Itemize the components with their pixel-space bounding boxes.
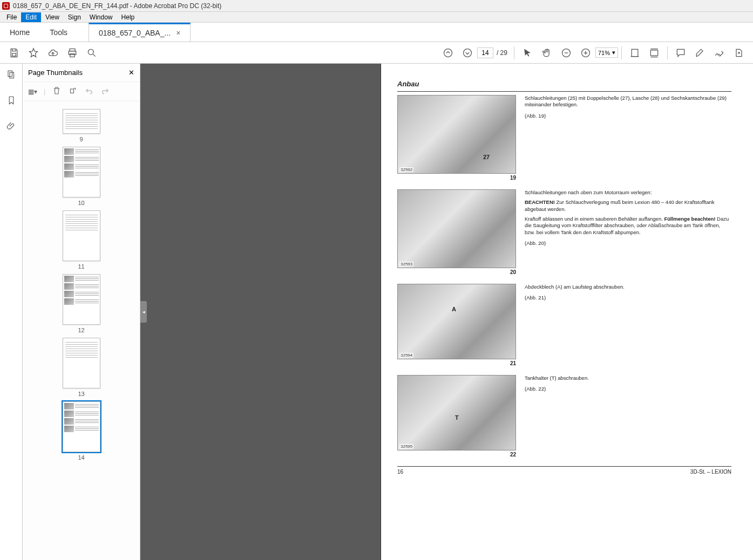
figure-id: 32592 bbox=[399, 167, 413, 172]
thumbnail-number: 13 bbox=[61, 391, 102, 397]
undo-icon[interactable] bbox=[84, 86, 94, 97]
section-text: Kraftoff ablassen und in einem sauberen … bbox=[525, 216, 731, 236]
thumbnail-page-10[interactable]: 10 bbox=[61, 147, 102, 206]
doc-section-21: 32594A21Abdeckblech (A) am Laufsteg absc… bbox=[397, 284, 731, 366]
section-ref: (Abb. 20) bbox=[525, 240, 731, 247]
thumbnail-page-11[interactable]: 11 bbox=[61, 210, 102, 270]
tab-home[interactable]: Home bbox=[0, 23, 40, 42]
title-bar: 0188_657_0_ABA_DE_EN_FR_144.pdf - Adobe … bbox=[0, 0, 753, 12]
menu-file[interactable]: File bbox=[2, 12, 21, 22]
thumbnails-panel: Page Thumbnails ✕ ▦▾ | 91011121314 bbox=[23, 64, 140, 560]
tab-document[interactable]: 0188_657_0_ABA_... × bbox=[89, 23, 191, 42]
document-area[interactable]: ◂ Anbau 325922719Schlauchleitungen (25) … bbox=[140, 64, 753, 560]
zoom-select[interactable]: 71%▾ bbox=[595, 47, 618, 58]
cloud-upload-icon[interactable] bbox=[44, 44, 62, 62]
side-rail bbox=[0, 64, 23, 560]
section-text: Schlauchleitungen nach oben zum Motorrau… bbox=[525, 189, 731, 196]
redo-icon[interactable] bbox=[100, 86, 110, 97]
svg-rect-0 bbox=[12, 53, 16, 56]
thumbnail-page-9[interactable]: 9 bbox=[61, 109, 102, 142]
thumb-options-icon[interactable]: ▦▾ bbox=[28, 88, 37, 95]
figure: 3259320 bbox=[397, 189, 516, 275]
svg-rect-11 bbox=[8, 71, 12, 77]
highlight-icon[interactable] bbox=[691, 44, 709, 62]
figure-callout: T bbox=[455, 414, 459, 421]
star-icon[interactable] bbox=[25, 44, 42, 62]
figure-image: 32593 bbox=[397, 189, 516, 268]
window-title: 0188_657_0_ABA_DE_EN_FR_144.pdf - Adobe … bbox=[13, 2, 221, 10]
find-icon[interactable] bbox=[83, 44, 100, 62]
section-ref: (Abb. 19) bbox=[525, 113, 731, 119]
footer-page-number: 16 bbox=[397, 469, 403, 475]
svg-rect-10 bbox=[650, 50, 657, 56]
page-view: Anbau 325922719Schlauchleitungen (25) mi… bbox=[381, 64, 753, 560]
close-icon[interactable]: × bbox=[176, 29, 180, 37]
close-panel-icon[interactable]: ✕ bbox=[128, 69, 134, 77]
attachment-tab-icon[interactable] bbox=[4, 119, 19, 134]
section-text: Schlauchleitungen (25) mit Doppelschelle… bbox=[525, 95, 731, 108]
zoom-in-icon[interactable] bbox=[577, 44, 594, 62]
thumbnail-page-13[interactable]: 13 bbox=[61, 338, 102, 397]
acrobat-icon bbox=[2, 2, 10, 10]
comment-icon[interactable] bbox=[672, 44, 689, 62]
thumbnail-page-12[interactable]: 12 bbox=[61, 274, 102, 333]
doc-section-20: 3259320Schlauchleitungen nach oben zum M… bbox=[397, 189, 731, 275]
section-text: Abdeckblech (A) am Laufsteg abschrauben. bbox=[525, 284, 731, 290]
figure-id: 32595 bbox=[399, 444, 413, 449]
page-footer: 16 3D-St. – LEXION bbox=[397, 466, 731, 475]
figure-image: 32595T bbox=[397, 375, 516, 450]
svg-rect-13 bbox=[71, 89, 74, 93]
page-up-icon[interactable] bbox=[439, 44, 457, 62]
svg-rect-12 bbox=[10, 72, 14, 78]
hand-tool-icon[interactable] bbox=[538, 44, 555, 62]
more-tools-icon[interactable] bbox=[730, 44, 748, 62]
section-text: Tankhalter (T) abschrauben. bbox=[525, 375, 731, 381]
menu-sign[interactable]: Sign bbox=[64, 12, 85, 22]
sign-icon[interactable] bbox=[711, 44, 728, 62]
thumbnail-number: 14 bbox=[61, 454, 102, 461]
section-ref: (Abb. 21) bbox=[525, 295, 731, 301]
print-icon[interactable] bbox=[64, 44, 81, 62]
figure: 32594A21 bbox=[397, 284, 516, 366]
section-ref: (Abb. 22) bbox=[525, 386, 731, 392]
svg-rect-1 bbox=[70, 49, 75, 51]
figure-number: 19 bbox=[397, 175, 516, 181]
collapse-handle-icon[interactable]: ◂ bbox=[140, 301, 147, 323]
svg-point-4 bbox=[88, 49, 93, 54]
thumbnail-number: 12 bbox=[61, 327, 102, 333]
svg-rect-3 bbox=[70, 53, 74, 57]
menu-window[interactable]: Window bbox=[85, 12, 117, 22]
figure-number: 22 bbox=[397, 452, 516, 457]
footer-doc-id: 3D-St. – LEXION bbox=[690, 469, 731, 475]
thumbnails-tools: ▦▾ | bbox=[23, 82, 140, 101]
thumbnail-number: 10 bbox=[61, 200, 102, 206]
save-icon[interactable] bbox=[5, 44, 23, 62]
tab-tools[interactable]: Tools bbox=[40, 23, 78, 42]
figure-callout: A bbox=[452, 306, 456, 312]
page-down-icon[interactable] bbox=[459, 44, 476, 62]
selection-tool-icon[interactable] bbox=[519, 44, 536, 62]
page-number-input[interactable] bbox=[477, 47, 493, 58]
thumbnail-number: 11 bbox=[61, 263, 102, 270]
menu-edit[interactable]: Edit bbox=[21, 12, 41, 22]
zoom-out-icon[interactable] bbox=[558, 44, 575, 62]
page-count-label: / 29 bbox=[497, 49, 507, 57]
fit-width-icon[interactable] bbox=[626, 44, 643, 62]
delete-page-icon[interactable] bbox=[52, 86, 62, 97]
thumbnails-tab-icon[interactable] bbox=[4, 67, 19, 82]
chevron-down-icon: ▾ bbox=[612, 49, 615, 56]
figure: 325922719 bbox=[397, 95, 516, 181]
rotate-page-icon[interactable] bbox=[68, 86, 78, 97]
fit-page-icon[interactable] bbox=[646, 44, 663, 62]
doc-section-19: 325922719Schlauchleitungen (25) mit Dopp… bbox=[397, 95, 731, 181]
svg-point-5 bbox=[444, 49, 452, 57]
section-text: BEACHTEN! Zur Schlauchverlegung muß beim… bbox=[525, 199, 731, 213]
figure-number: 20 bbox=[397, 269, 516, 275]
thumbnails-list[interactable]: 91011121314 bbox=[23, 101, 140, 560]
menu-help[interactable]: Help bbox=[117, 12, 139, 22]
bookmark-tab-icon[interactable] bbox=[4, 93, 19, 108]
thumbnail-page-14[interactable]: 14 bbox=[61, 401, 102, 461]
figure: 32595T22 bbox=[397, 375, 516, 457]
toolbar: / 29 71%▾ bbox=[0, 42, 753, 64]
menu-view[interactable]: View bbox=[41, 12, 64, 22]
